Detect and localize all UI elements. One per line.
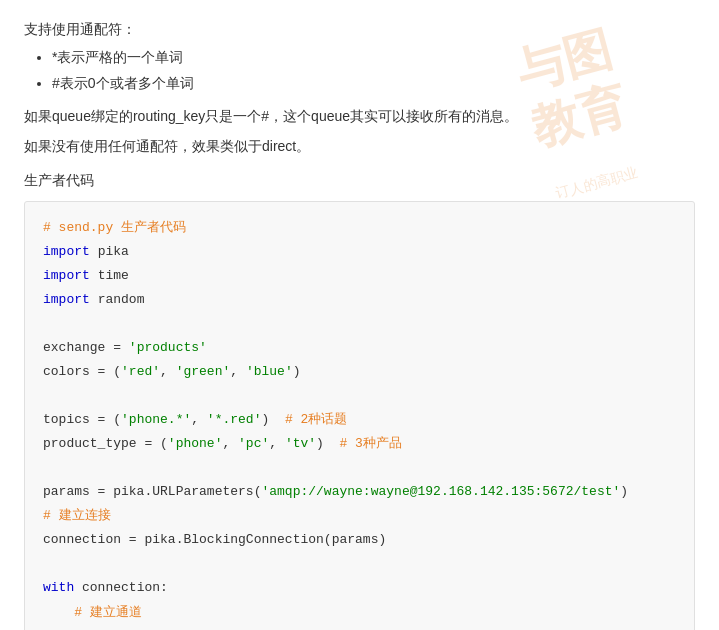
paragraph-2: 如果没有使用任何通配符，效果类似于direct。 (24, 135, 695, 159)
code-line-import3: import random (43, 288, 676, 312)
code-line-blank4 (43, 552, 676, 576)
code-line-with: with connection: (43, 576, 676, 600)
code-line-blank1 (43, 312, 676, 336)
support-title: 支持使用通配符： (24, 18, 695, 42)
code-block: # send.py 生产者代码 import pika import time … (24, 201, 695, 630)
code-line-connection: connection = pika.BlockingConnection(par… (43, 528, 676, 552)
bullet-list: *表示严格的一个单词 #表示0个或者多个单词 (24, 46, 695, 96)
paragraph-1: 如果queue绑定的routing_key只是一个#，这个queue其实可以接收… (24, 105, 695, 129)
code-line-comment1: # send.py 生产者代码 (43, 216, 676, 240)
code-line-exchange: exchange = 'products' (43, 336, 676, 360)
code-line-blank3 (43, 456, 676, 480)
code-line-import1: import pika (43, 240, 676, 264)
code-line-params: params = pika.URLParameters('amqp://wayn… (43, 480, 676, 504)
code-line-blank2 (43, 384, 676, 408)
code-line-product-type: product_type = ('phone', 'pc', 'tv') # 3… (43, 432, 676, 456)
page-container: 与图教育 订人的高职业 支持使用通配符： *表示严格的一个单词 #表示0个或者多… (0, 0, 719, 630)
code-line-import2: import time (43, 264, 676, 288)
code-line-colors: colors = ('red', 'green', 'blue') (43, 360, 676, 384)
code-line-comment-channel: # 建立通道 (43, 601, 676, 625)
bullet-item-2: #表示0个或者多个单词 (52, 72, 695, 96)
producer-title: 生产者代码 (24, 169, 695, 193)
code-line-topics: topics = ('phone.*', '*.red') # 2种话题 (43, 408, 676, 432)
bullet-item-1: *表示严格的一个单词 (52, 46, 695, 70)
code-line-comment-connect: # 建立连接 (43, 504, 676, 528)
code-line-channel: channel = connection.channel() (43, 625, 676, 630)
